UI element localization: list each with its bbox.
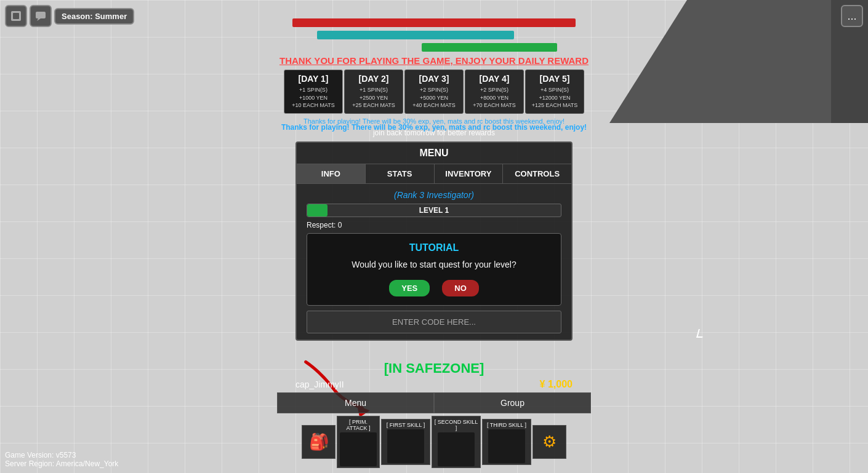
tab-inventory[interactable]: INVENTORY [435, 164, 504, 183]
tutorial-buttons: YES NO [319, 280, 549, 296]
tutorial-dialog: TUTORIAL Would you like to start quest f… [307, 233, 561, 306]
tab-controls[interactable]: CONTROLS [503, 164, 571, 183]
day-card-1[interactable]: [DAY 1] +1 SPIN(S) +1000 YEN +10 EACH MA… [284, 70, 343, 114]
day-cards-container: [DAY 1] +1 SPIN(S) +1000 YEN +10 EACH MA… [284, 70, 584, 114]
second-skill-slot[interactable]: [ SECOND SKILL ] [432, 416, 481, 468]
top-left-controls: Season: Summer [5, 5, 134, 27]
announcement-bar: Thanks for playing! There will be 30% ex… [0, 123, 868, 132]
green-bar [422, 43, 557, 52]
svg-marker-3 [37, 18, 41, 21]
third-skill-icon-area [488, 429, 525, 463]
day-card-3[interactable]: [DAY 3] +2 SPIN(S) +5000 YEN +40 EACH MA… [404, 70, 464, 114]
gear-icon: ⚙ [542, 432, 557, 451]
game-version: Game Version: v5573 [5, 451, 118, 459]
action-buttons-row: Menu Group [0, 392, 868, 413]
no-button[interactable]: NO [442, 280, 479, 296]
enter-code-button[interactable]: ENTER CODE HERE... [307, 311, 561, 333]
first-skill-icon-area [387, 429, 424, 463]
prim-attack-slot[interactable]: [ PRIM. ATTACK ] [337, 416, 380, 468]
menu-button[interactable]: Menu [277, 392, 434, 413]
progress-bars [292, 18, 576, 52]
player-name: cap_JimmyII [295, 380, 344, 389]
bottom-hud: [IN SAFEZONE] cap_JimmyII ¥ 1,000 Menu G… [0, 360, 868, 473]
tutorial-title: TUTORIAL [319, 242, 549, 253]
menu-tabs: INFO STATS INVENTORY CONTROLS [297, 164, 571, 184]
bag-hotbar-icon[interactable]: 🎒 [302, 425, 336, 459]
season-badge: Season: Summer [54, 8, 134, 25]
server-region: Server Region: America/New_York [5, 459, 118, 468]
menu-content: (Rank 3 Investigator) LEVEL 1 Respect: 0… [297, 184, 571, 340]
teal-bar [317, 31, 514, 39]
rank-label: (Rank 3 Investigator) [307, 190, 561, 200]
tab-stats[interactable]: STATS [366, 164, 435, 183]
tutorial-question: Would you like to start quest for your l… [319, 258, 549, 271]
roblox-chat-button[interactable] [30, 5, 52, 27]
gear-hotbar-icon[interactable]: ⚙ [532, 425, 566, 459]
third-skill-slot[interactable]: [ THIRD SKILL ] [482, 419, 531, 465]
menu-title: MENU [297, 143, 571, 164]
roblox-home-button[interactable] [5, 5, 27, 27]
safezone-banner: [IN SAFEZONE] [0, 360, 868, 376]
level-bar-text: LEVEL 1 [307, 204, 561, 217]
yen-display: ¥ 1,000 [540, 379, 573, 390]
first-skill-slot[interactable]: [ FIRST SKILL ] [381, 419, 430, 465]
day-card-2[interactable]: [DAY 2] +1 SPIN(S) +2500 YEN +25 EACH MA… [344, 70, 403, 114]
level-bar: LEVEL 1 [307, 204, 561, 217]
bottom-left-info: Game Version: v5573 Server Region: Ameri… [5, 451, 118, 468]
second-skill-icon-area [438, 432, 475, 466]
menu-dialog: MENU INFO STATS INVENTORY CONTROLS (Rank… [295, 141, 573, 341]
yes-button[interactable]: YES [389, 280, 430, 296]
player-info-bar: cap_JimmyII ¥ 1,000 [0, 379, 868, 390]
daily-reward-title: THANK YOU FOR PLAYING THE GAME, ENJOY YO… [279, 55, 589, 66]
day-card-5[interactable]: [DAY 5] +4 SPIN(S) +12000 YEN +125 EACH … [525, 70, 584, 114]
prim-attack-icon-area [340, 432, 377, 466]
bag-icon: 🎒 [309, 432, 329, 451]
red-bar [292, 18, 576, 27]
svg-rect-1 [13, 13, 19, 19]
top-right-menu-button[interactable]: ... [841, 5, 863, 27]
group-button[interactable]: Group [434, 392, 591, 413]
respect-label: Respect: 0 [307, 221, 561, 229]
tab-info[interactable]: INFO [297, 164, 366, 183]
skill-bar: 🎒 [ PRIM. ATTACK ] [ FIRST SKILL ] [ SEC… [0, 416, 868, 473]
day-card-4[interactable]: [DAY 4] +2 SPIN(S) +8000 YEN +70 EACH MA… [465, 70, 524, 114]
svg-rect-2 [36, 12, 46, 18]
